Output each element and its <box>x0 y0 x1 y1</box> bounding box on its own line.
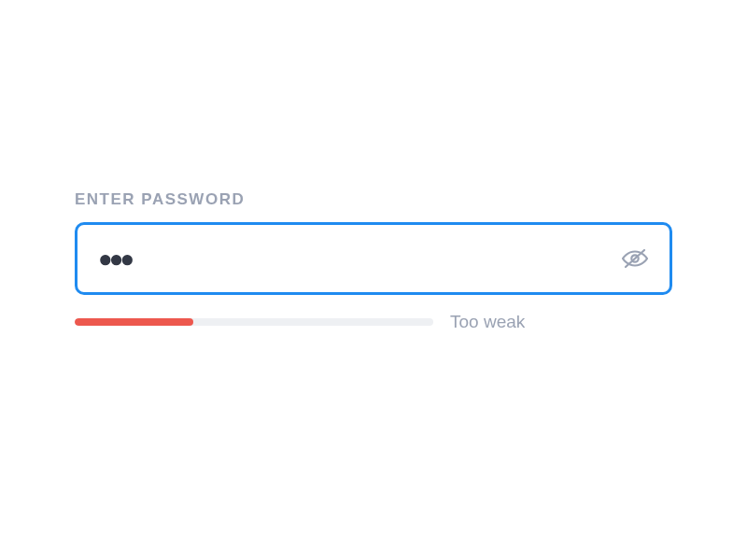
strength-label: Too weak <box>450 312 525 332</box>
password-input-wrapper[interactable]: ●●● <box>75 222 672 295</box>
strength-indicator: Too weak <box>75 312 672 332</box>
strength-bar-fill <box>75 318 193 326</box>
password-label: ENTER PASSWORD <box>75 190 672 209</box>
strength-bar <box>75 318 433 326</box>
eye-slash-icon[interactable] <box>621 245 649 273</box>
password-input[interactable]: ●●● <box>98 246 621 271</box>
password-form: ENTER PASSWORD ●●● Too weak <box>75 190 672 370</box>
